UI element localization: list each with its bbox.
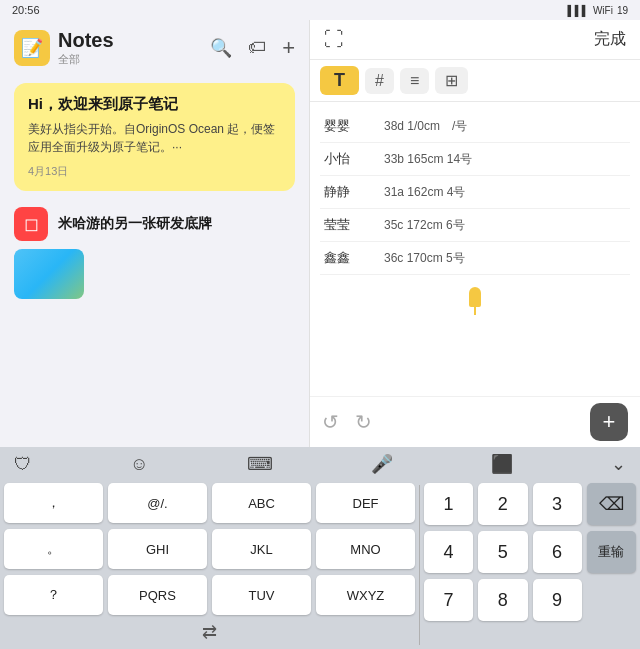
- row-data-0: 38d 1/0cm /号: [384, 118, 626, 135]
- key-jkl[interactable]: JKL: [212, 529, 311, 569]
- row-data-4: 36c 170cm 5号: [384, 250, 626, 267]
- kb-num-row-1: 1 2 3 ⌫: [424, 483, 636, 525]
- key-return[interactable]: 重输: [587, 531, 636, 573]
- key-mno[interactable]: MNO: [316, 529, 415, 569]
- mic-icon[interactable]: 🎤: [371, 453, 393, 475]
- row-name-4: 鑫鑫: [324, 249, 384, 267]
- note-card-1[interactable]: Hi，欢迎来到原子笔记 美好从指尖开始。自OriginOS Ocean 起，便签…: [14, 83, 295, 191]
- note-title-1: Hi，欢迎来到原子笔记: [28, 95, 281, 114]
- status-icons: ▌▌▌ WiFi 19: [568, 5, 628, 16]
- kb-num-row-2: 4 5 6 重输: [424, 531, 636, 573]
- left-panel: 📝 Notes 全部 🔍 🏷 + Hi，欢迎来到原子笔记 美好从指尖开始。自Or…: [0, 20, 310, 447]
- done-button[interactable]: 完成: [594, 29, 626, 50]
- row-name-3: 莹莹: [324, 216, 384, 234]
- expand-icon[interactable]: ⛶: [324, 28, 344, 51]
- wifi-icon: WiFi: [593, 5, 613, 16]
- row-data-3: 35c 172cm 6号: [384, 217, 626, 234]
- format-table-button[interactable]: ⊞: [435, 67, 468, 94]
- note-thumbnail: [14, 249, 84, 299]
- keyboard-toolbar: 🛡 ☺ ⌨ 🎤 ⬛ ⌄: [0, 447, 640, 481]
- key-8[interactable]: 8: [478, 579, 527, 621]
- battery: 19: [617, 5, 628, 16]
- row-data-2: 31a 162cm 4号: [384, 184, 626, 201]
- key-3[interactable]: 3: [533, 483, 582, 525]
- keyboard-left: ， @/. ABC DEF 。 GHI JKL MNO ？ PQRS TUV W…: [0, 481, 419, 649]
- table-row: 小怡 33b 165cm 14号: [320, 143, 630, 176]
- time: 20:56: [12, 4, 40, 16]
- table-row: 鑫鑫 36c 170cm 5号: [320, 242, 630, 275]
- note-icon-2: ◻: [14, 207, 48, 241]
- keyboard-right: 1 2 3 ⌫ 4 5 6 重输 7 8 9: [420, 481, 640, 649]
- key-wxyz[interactable]: WXYZ: [316, 575, 415, 615]
- kb-row-2: 。 GHI JKL MNO: [4, 529, 415, 569]
- swap-row: ⇄: [4, 621, 415, 643]
- swap-icon[interactable]: ⇄: [202, 621, 217, 643]
- row-data-1: 33b 165cm 14号: [384, 151, 626, 168]
- status-bar: 20:56 ▌▌▌ WiFi 19: [0, 0, 640, 20]
- key-delete[interactable]: ⌫: [587, 483, 636, 525]
- key-question[interactable]: ？: [4, 575, 103, 615]
- action-row: ↺ ↻ +: [310, 396, 640, 447]
- kb-row-3: ？ PQRS TUV WXYZ: [4, 575, 415, 615]
- title-text: Notes 全部: [58, 28, 114, 67]
- left-actions: 🔍 🏷 +: [210, 35, 295, 61]
- key-6[interactable]: 6: [533, 531, 582, 573]
- add-note-icon[interactable]: +: [282, 35, 295, 61]
- format-toolbar: T # ≡ ⊞: [310, 60, 640, 102]
- pin-indicator: [320, 275, 630, 321]
- key-comma[interactable]: ，: [4, 483, 103, 523]
- keyboard-icon[interactable]: ⌨: [247, 453, 273, 475]
- row-name-2: 静静: [324, 183, 384, 201]
- undo-redo-area: ↺ ↻: [322, 410, 372, 434]
- chevron-down-icon[interactable]: ⌄: [611, 453, 626, 475]
- tag-icon[interactable]: 🏷: [248, 37, 266, 58]
- left-header: 📝 Notes 全部 🔍 🏷 +: [0, 20, 309, 75]
- add-button[interactable]: +: [590, 403, 628, 441]
- key-abc[interactable]: ABC: [212, 483, 311, 523]
- key-ghi[interactable]: GHI: [108, 529, 207, 569]
- note-item-2[interactable]: ◻ 米哈游的另一张研发底牌: [14, 207, 295, 241]
- shield-icon[interactable]: 🛡: [14, 454, 32, 475]
- app-title-area: 📝 Notes 全部: [14, 28, 114, 67]
- key-9[interactable]: 9: [533, 579, 582, 621]
- key-4[interactable]: 4: [424, 531, 473, 573]
- key-5[interactable]: 5: [478, 531, 527, 573]
- table-area: 婴婴 38d 1/0cm /号 小怡 33b 165cm 14号 静静 31a …: [310, 102, 640, 396]
- kb-num-row-3: 7 8 9: [424, 579, 636, 621]
- key-def[interactable]: DEF: [316, 483, 415, 523]
- table-row: 莹莹 35c 172cm 6号: [320, 209, 630, 242]
- app-icon: 📝: [14, 30, 50, 66]
- app-subtitle: 全部: [58, 52, 114, 67]
- keyboard-area: 🛡 ☺ ⌨ 🎤 ⬛ ⌄ ， @/. ABC DEF 。 GHI JKL MNO: [0, 447, 640, 649]
- format-hash-button[interactable]: #: [365, 68, 394, 94]
- app-title: Notes: [58, 28, 114, 52]
- keyboard2-icon[interactable]: ⬛: [491, 453, 513, 475]
- key-1[interactable]: 1: [424, 483, 473, 525]
- search-icon[interactable]: 🔍: [210, 37, 232, 59]
- note-date-1: 4月13日: [28, 164, 281, 179]
- row-name-0: 婴婴: [324, 117, 384, 135]
- note-title-2: 米哈游的另一张研发底牌: [58, 215, 212, 233]
- kb-row-1: ， @/. ABC DEF: [4, 483, 415, 523]
- format-list-button[interactable]: ≡: [400, 68, 429, 94]
- key-period[interactable]: 。: [4, 529, 103, 569]
- table-row: 婴婴 38d 1/0cm /号: [320, 110, 630, 143]
- key-tuv[interactable]: TUV: [212, 575, 311, 615]
- format-text-button[interactable]: T: [320, 66, 359, 95]
- key-at[interactable]: @/.: [108, 483, 207, 523]
- undo-button[interactable]: ↺: [322, 410, 339, 434]
- note-body-1: 美好从指尖开始。自OriginOS Ocean 起，便签应用全面升级为原子笔记。…: [28, 120, 281, 156]
- keyboard-body: ， @/. ABC DEF 。 GHI JKL MNO ？ PQRS TUV W…: [0, 481, 640, 649]
- key-pqrs[interactable]: PQRS: [108, 575, 207, 615]
- table-row: 静静 31a 162cm 4号: [320, 176, 630, 209]
- emoji-icon[interactable]: ☺: [130, 454, 148, 475]
- right-header: ⛶ 完成: [310, 20, 640, 60]
- row-name-1: 小怡: [324, 150, 384, 168]
- right-panel: ⛶ 完成 T # ≡ ⊞ 婴婴 38d 1/0cm /号 小怡 33b 165c…: [310, 20, 640, 447]
- key-7[interactable]: 7: [424, 579, 473, 621]
- signal-icon: ▌▌▌: [568, 5, 589, 16]
- key-2[interactable]: 2: [478, 483, 527, 525]
- redo-button[interactable]: ↻: [355, 410, 372, 434]
